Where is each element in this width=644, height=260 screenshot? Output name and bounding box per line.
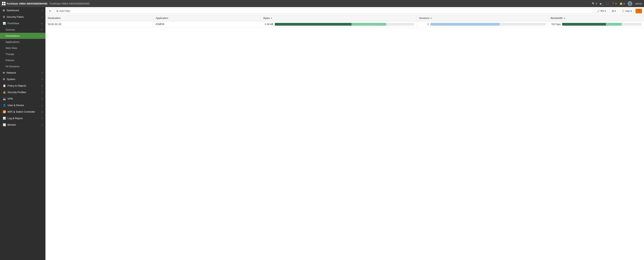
filter-input-container: ⊕ Add Filter [54,8,593,13]
col-header-bytes[interactable]: Bytes ▼ [261,15,416,21]
chevron-icon: › [42,98,43,100]
sort-desc-icon: ▼ [430,17,432,19]
add-filter-button[interactable]: ⊕ Add Filter [56,9,70,12]
sidebar-item-web-sites[interactable]: Web Sites [0,45,46,51]
chevron-icon: › [42,104,43,107]
chevron-icon: › [42,111,43,113]
sidebar: ⊞ Dashboard › ⚙ Security Fabric › 📊 Fort… [0,7,46,260]
notifications-button[interactable]: 🔔 ▾ [620,2,625,5]
sidebar-item-dashboard[interactable]: ⊞ Dashboard › [0,7,46,13]
sidebar-item-monitor[interactable]: 📈 Monitor › [0,122,46,128]
col-label-application: Application [156,16,168,19]
cell-bytes: 1.34 kB [261,21,416,27]
sidebar-label-vpn: VPN [8,97,13,100]
sidebar-item-policy-objects[interactable]: 📋 Policy & Objects › [0,82,46,89]
sidebar-item-log-report[interactable]: 📊 Log & Report › [0,115,46,122]
chevron-icon: › [42,117,43,120]
col-header-bandwidth[interactable]: Bandwidth ▼ [548,15,644,21]
sidebar-label-all-sessions: All Sessions [6,65,20,68]
sidebar-item-fortiview[interactable]: 📊 FortiView ⌄ [0,20,46,27]
sidebar-label-wifi-switch: WiFi & Switch Controller [8,110,35,113]
sidebar-label-system: System [7,78,15,81]
sidebar-label-policies: Policies [6,59,14,62]
search-button[interactable]: 🔍 ▾ [592,2,597,5]
sidebar-item-user-device[interactable]: 👤 User & Device › [0,102,46,108]
terminal-button[interactable]: ▶_ [600,2,603,5]
chevron-icon: › [42,16,43,18]
refresh-button[interactable]: ↻ [48,8,53,13]
topbar: FortiGate VM64-AWSONDEMAND FortiGate-VM6… [0,0,644,7]
destinations-table: Destination Application Bytes ▼ Sessions… [46,15,644,27]
main-layout: ⊞ Dashboard › ⚙ Security Fabric › 📊 Fort… [0,7,644,260]
hostname: FortiGate-VM64-AWSONDEMAND [50,2,592,5]
sidebar-label-user-device: User & Device [8,104,24,107]
sidebar-label-policy-objects: Policy & Objects [8,84,26,87]
chevron-icon: › [42,91,43,93]
clock-icon: 🕐 [622,10,625,12]
sidebar-item-sources[interactable]: Sources ☆ [0,27,46,33]
dropdown-arrow-icon: ▾ [605,10,606,12]
system-icon: ⚙ [3,78,5,81]
ips-button[interactable]: 📈 IPs ▾ [594,9,608,13]
chevron-icon: › [42,124,43,126]
bandwidth-bar-fill-dark [562,23,606,26]
sidebar-item-threats[interactable]: Threats [0,51,46,57]
fullscreen-button[interactable]: ⛶ [606,2,609,5]
col-header-sessions[interactable]: Sessions ▼ [416,15,548,21]
vpn-icon: 💻 [3,97,6,100]
sort-desc-icon: ▼ [270,17,272,19]
col-label-bandwidth: Bandwidth [551,16,563,19]
dropdown-arrow-icon: ▾ [614,10,616,12]
cell-sessions: 1 [416,21,548,27]
sort-desc-icon: ▼ [564,17,566,19]
sidebar-item-security-profiles[interactable]: 🔒 Security Profiles › [0,89,46,95]
bytes-bar [275,23,414,26]
help-button[interactable]: ❓ ▾ [612,2,617,5]
sidebar-item-system[interactable]: ⚙ System › [0,76,46,82]
toolbar: ↻ ⊕ Add Filter 📈 IPs ▾ ⊞ ▾ 🕐 now ▾ [46,7,644,15]
table-row[interactable]: 10.61.91.31ICMP/8 1.34 kB 1 512 bps [46,21,644,27]
time-button[interactable]: 🕐 now ▾ [620,9,634,13]
add-icon: ⊕ [56,9,58,12]
chevron-icon: › [42,72,43,74]
sidebar-label-web-sites: Web Sites [6,46,17,49]
admin-menu[interactable]: admin [635,2,642,5]
sidebar-item-applications[interactable]: Applications [0,39,46,45]
col-header-application[interactable]: Application [153,15,261,21]
sidebar-label-dashboard: Dashboard [6,9,19,12]
sidebar-item-vpn[interactable]: 💻 VPN › [0,95,46,102]
chevron-down-icon: ⌄ [41,22,43,25]
flag-button[interactable]: 🚩 [636,9,642,13]
user-device-icon: 👤 [3,104,6,107]
col-header-destination[interactable]: Destination [46,15,153,21]
sidebar-label-sources: Sources [6,28,15,31]
sidebar-item-policies[interactable]: Policies [0,57,46,63]
star-icon[interactable]: ☆ [40,34,43,37]
sidebar-item-wifi-switch[interactable]: 📶 WiFi & Switch Controller › [0,108,46,115]
sessions-bar [430,23,546,26]
bytes-bar-fill-dark [275,23,352,26]
dashboard-icon: ⊞ [3,9,5,12]
logo-grid-icon [2,2,6,5]
network-icon: ⊕ [3,71,5,74]
flag-icon: 🚩 [637,10,640,12]
col-label-bytes: Bytes [263,16,270,19]
col-label-sessions: Sessions [419,16,430,19]
wifi-switch-icon: 📶 [3,110,6,113]
sidebar-label-log-report: Log & Report [8,117,23,120]
star-icon[interactable]: ☆ [40,28,43,31]
sidebar-label-security-profiles: Security Profiles [8,91,26,94]
columns-button[interactable]: ⊞ ▾ [610,9,618,13]
sidebar-label-applications: Applications [6,40,19,43]
security-profiles-icon: 🔒 [3,91,6,94]
add-filter-label: Add Filter [59,9,70,12]
sessions-value: 1 [419,23,429,26]
sidebar-item-network[interactable]: ⊕ Network › [0,69,46,76]
sidebar-label-fortiview: FortiView [8,22,19,25]
bandwidth-bar [562,23,642,26]
sidebar-item-all-sessions[interactable]: All Sessions [0,63,46,69]
sidebar-item-destinations[interactable]: Destinations ☆ [0,33,46,39]
avatar: 👤 [628,1,632,6]
sidebar-item-security-fabric[interactable]: ⚙ Security Fabric › [0,13,46,20]
app-name: FortiGate VM64-AWSONDEMAND [7,2,48,5]
